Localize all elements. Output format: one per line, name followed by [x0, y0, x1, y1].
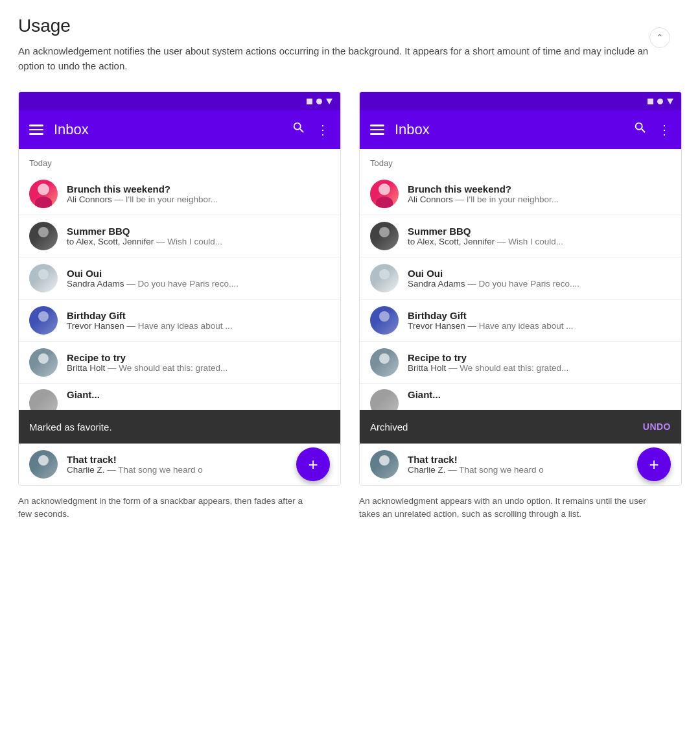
- fab-area-2: That track! Charlie Z. — That song we he…: [360, 444, 681, 485]
- email-item-recipe-1[interactable]: Recipe to try Britta Holt — We should ea…: [19, 342, 340, 384]
- email-item-oui-2[interactable]: Oui Oui Sandra Adams — Do you have Paris…: [360, 257, 681, 300]
- email-item-brunch-2[interactable]: Brunch this weekend? Ali Connors — I'll …: [360, 173, 681, 215]
- snackbar-2: Archived UNDO: [360, 410, 681, 444]
- avatar-recipe-2: [370, 348, 399, 377]
- status-triangle-icon-2: [667, 99, 673, 104]
- hamburger-icon-1[interactable]: [29, 124, 43, 135]
- more-vert-icon-2[interactable]: ⋮: [658, 122, 671, 137]
- email-subject-giant-1: Giant...: [67, 389, 330, 400]
- status-circle-icon: [316, 99, 322, 104]
- email-content-giant-1: Giant...: [67, 389, 330, 400]
- email-item-birthday-2[interactable]: Birthday Gift Trevor Hansen — Have any i…: [360, 300, 681, 342]
- email-content-track-2: That track! Charlie Z. — That song we he…: [408, 454, 671, 475]
- email-content-recipe-2: Recipe to try Britta Holt — We should ea…: [408, 352, 671, 373]
- email-list-1: Brunch this weekend? Ali Connors — I'll …: [19, 173, 340, 410]
- email-meta-track-1: Charlie Z. — That song we heard o: [67, 465, 330, 475]
- email-content-track-1: That track! Charlie Z. — That song we he…: [67, 454, 330, 475]
- bottom-email-row-2[interactable]: That track! Charlie Z. — That song we he…: [370, 450, 671, 479]
- avatar-ali-2: [370, 180, 399, 208]
- email-meta-birthday-1: Trevor Hansen — Have any ideas about ...: [67, 321, 330, 331]
- demo-col-2: Inbox ⋮ Today Brunch this weekend? Ali C…: [359, 91, 682, 521]
- email-meta-oui-1: Sandra Adams — Do you have Paris reco...…: [67, 279, 330, 289]
- email-item-recipe-2[interactable]: Recipe to try Britta Holt — We should ea…: [360, 342, 681, 384]
- email-content-bbq-1: Summer BBQ to Alex, Scott, Jennifer — Wi…: [67, 226, 330, 246]
- snackbar-message-2: Archived: [370, 421, 408, 433]
- collapse-button[interactable]: ⌃: [649, 27, 670, 48]
- email-meta-brunch-2: Ali Connors — I'll be in your neighbor..…: [408, 195, 671, 204]
- email-subject-oui-1: Oui Oui: [67, 268, 330, 279]
- page-description: An acknowledgement notifies the user abo…: [18, 44, 653, 73]
- demo-col-1: Inbox ⋮ Today Brunch this weekend? Ali C…: [18, 91, 341, 521]
- snackbar-1: Marked as favorite.: [19, 410, 340, 444]
- email-subject-track-1: That track!: [67, 454, 330, 465]
- phone-frame-2: Inbox ⋮ Today Brunch this weekend? Ali C…: [359, 91, 682, 486]
- app-bar-2: Inbox ⋮: [360, 110, 681, 149]
- status-square-icon: [307, 99, 312, 104]
- bottom-email-row-1[interactable]: That track! Charlie Z. — That song we he…: [29, 450, 330, 479]
- email-subject-track-2: That track!: [408, 454, 671, 465]
- avatar-oui-1: [29, 264, 58, 292]
- phone-frame-1: Inbox ⋮ Today Brunch this weekend? Ali C…: [18, 91, 341, 486]
- email-meta-birthday-2: Trevor Hansen — Have any ideas about ...: [408, 321, 671, 331]
- page-title: Usage: [18, 16, 682, 36]
- email-item-brunch-1[interactable]: Brunch this weekend? Ali Connors — I'll …: [19, 173, 340, 215]
- email-subject-giant-2: Giant...: [408, 389, 671, 400]
- email-subject-recipe-2: Recipe to try: [408, 352, 671, 363]
- email-content-oui-1: Oui Oui Sandra Adams — Do you have Paris…: [67, 268, 330, 289]
- email-item-bbq-1[interactable]: Summer BBQ to Alex, Scott, Jennifer — Wi…: [19, 215, 340, 257]
- email-item-giant-2[interactable]: Giant...: [360, 384, 681, 410]
- avatar-giant-2: [370, 389, 399, 410]
- email-subject-oui-2: Oui Oui: [408, 268, 671, 279]
- email-subject-brunch-1: Brunch this weekend?: [67, 184, 330, 195]
- email-content-recipe-1: Recipe to try Britta Holt — We should ea…: [67, 352, 330, 373]
- avatar-recipe-1: [29, 348, 58, 377]
- avatar-track-1: [29, 450, 58, 479]
- caption-1: An acknowledgment in the form of a snack…: [18, 495, 316, 521]
- email-subject-birthday-1: Birthday Gift: [67, 310, 330, 321]
- email-item-bbq-2[interactable]: Summer BBQ to Alex, Scott, Jennifer — Wi…: [360, 215, 681, 257]
- app-bar-title-1: Inbox: [54, 121, 281, 138]
- snackbar-message-1: Marked as favorite.: [29, 421, 112, 433]
- email-content-brunch-2: Brunch this weekend? Ali Connors — I'll …: [408, 184, 671, 204]
- avatar-summer-1: [29, 222, 58, 250]
- fab-button-2[interactable]: +: [637, 447, 671, 481]
- snackbar-undo-button[interactable]: UNDO: [643, 421, 671, 432]
- email-subject-brunch-2: Brunch this weekend?: [408, 184, 671, 195]
- email-meta-recipe-2: Britta Holt — We should eat this: grated…: [408, 363, 671, 373]
- email-item-oui-1[interactable]: Oui Oui Sandra Adams — Do you have Paris…: [19, 257, 340, 300]
- email-content-oui-2: Oui Oui Sandra Adams — Do you have Paris…: [408, 268, 671, 289]
- email-subject-bbq-1: Summer BBQ: [67, 226, 330, 237]
- email-content-giant-2: Giant...: [408, 389, 671, 400]
- email-meta-oui-2: Sandra Adams — Do you have Paris reco...…: [408, 279, 671, 289]
- avatar-ali-1: [29, 180, 58, 208]
- email-item-birthday-1[interactable]: Birthday Gift Trevor Hansen — Have any i…: [19, 300, 340, 342]
- fab-area-1: That track! Charlie Z. — That song we he…: [19, 444, 340, 485]
- email-meta-brunch-1: Ali Connors — I'll be in your neighbor..…: [67, 195, 330, 204]
- fab-button-1[interactable]: +: [296, 447, 330, 481]
- search-icon-2[interactable]: [633, 121, 648, 139]
- email-content-birthday-1: Birthday Gift Trevor Hansen — Have any i…: [67, 310, 330, 331]
- search-icon-1[interactable]: [292, 121, 306, 139]
- app-bar-title-2: Inbox: [395, 121, 623, 138]
- status-triangle-icon: [326, 99, 332, 104]
- email-content-birthday-2: Birthday Gift Trevor Hansen — Have any i…: [408, 310, 671, 331]
- email-content-brunch-1: Brunch this weekend? Ali Connors — I'll …: [67, 184, 330, 204]
- email-subject-birthday-2: Birthday Gift: [408, 310, 671, 321]
- app-bar-1: Inbox ⋮: [19, 110, 340, 149]
- avatar-giant-1: [29, 389, 58, 410]
- email-meta-recipe-1: Britta Holt — We should eat this: grated…: [67, 363, 330, 373]
- email-meta-track-2: Charlie Z. — That song we heard o: [408, 465, 671, 475]
- demos-row: Inbox ⋮ Today Brunch this weekend? Ali C…: [18, 91, 682, 521]
- hamburger-icon-2[interactable]: [370, 124, 384, 135]
- email-meta-bbq-2: to Alex, Scott, Jennifer — Wish I could.…: [408, 237, 671, 246]
- more-vert-icon-1[interactable]: ⋮: [316, 122, 330, 137]
- email-meta-bbq-1: to Alex, Scott, Jennifer — Wish I could.…: [67, 237, 330, 246]
- avatar-track-2: [370, 450, 399, 479]
- avatar-birthday-1: [29, 306, 58, 335]
- section-label-2: Today: [360, 149, 681, 173]
- caption-2: An acknowledgment appears with an undo o…: [359, 495, 657, 521]
- status-bar-2: [360, 92, 681, 110]
- status-bar-1: [19, 92, 340, 110]
- email-item-giant-1[interactable]: Giant...: [19, 384, 340, 410]
- avatar-oui-2: [370, 264, 399, 292]
